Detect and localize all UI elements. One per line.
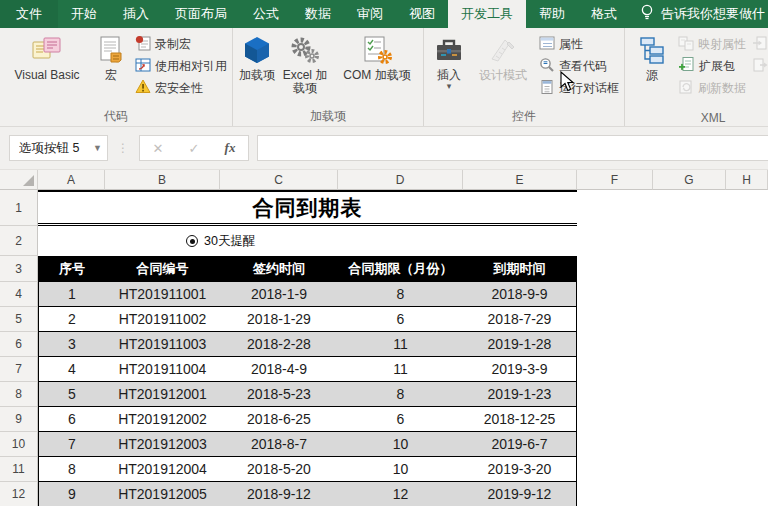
use-relative-references-button[interactable]: 使用相对引用: [132, 57, 230, 76]
table-cell[interactable]: 8: [338, 382, 463, 407]
empty-cell[interactable]: [653, 282, 726, 307]
row-header-11[interactable]: 11: [0, 457, 38, 482]
empty-cell[interactable]: [726, 256, 768, 282]
table-cell[interactable]: 2018-2-28: [220, 332, 338, 357]
table-cell[interactable]: HT201911001: [105, 282, 220, 307]
column-header-A[interactable]: A: [38, 170, 105, 190]
column-header-F[interactable]: F: [577, 170, 653, 190]
row-header-8[interactable]: 8: [0, 382, 38, 407]
table-cell[interactable]: 2: [38, 307, 105, 332]
empty-cell[interactable]: [653, 432, 726, 457]
cancel-icon[interactable]: ✕: [140, 141, 176, 156]
tab-developer[interactable]: 开发工具: [448, 0, 526, 28]
table-cell[interactable]: HT201911002: [105, 307, 220, 332]
column-header-B[interactable]: B: [105, 170, 220, 190]
tab-page-layout[interactable]: 页面布局: [162, 0, 240, 28]
row-header-7[interactable]: 7: [0, 357, 38, 382]
empty-cell[interactable]: [577, 307, 653, 332]
table-header-cell[interactable]: 合同期限（月份）: [338, 256, 463, 282]
table-cell[interactable]: 2019-9-12: [463, 482, 577, 506]
empty-cell[interactable]: [577, 357, 653, 382]
empty-cell[interactable]: [577, 256, 653, 282]
column-header-G[interactable]: G: [653, 170, 726, 190]
properties-button[interactable]: 属性: [536, 35, 622, 54]
column-header-C[interactable]: C: [220, 170, 338, 190]
table-cell[interactable]: HT201911004: [105, 357, 220, 382]
table-cell[interactable]: HT201912005: [105, 482, 220, 506]
com-add-ins-button[interactable]: COM 加载项: [333, 31, 421, 107]
table-cell[interactable]: 2018-7-29: [463, 307, 577, 332]
add-ins-button[interactable]: 加载项: [237, 31, 277, 107]
expansion-packs-button[interactable]: 扩展包: [675, 57, 749, 76]
empty-cell[interactable]: [653, 332, 726, 357]
empty-cell[interactable]: [726, 226, 768, 256]
view-code-button[interactable]: 查看代码: [536, 57, 622, 76]
table-cell[interactable]: 11: [338, 332, 463, 357]
table-cell[interactable]: 2018-12-25: [463, 407, 577, 432]
table-header-cell[interactable]: 合同编号: [105, 256, 220, 282]
empty-cell[interactable]: [577, 482, 653, 506]
table-cell[interactable]: 2018-1-29: [220, 307, 338, 332]
tab-view[interactable]: 视图: [396, 0, 448, 28]
empty-cell[interactable]: [653, 382, 726, 407]
refresh-data-button[interactable]: 刷新数据: [675, 79, 749, 98]
tab-home[interactable]: 开始: [58, 0, 110, 28]
visual-basic-button[interactable]: Visual Basic: [4, 31, 90, 107]
table-cell[interactable]: 2019-3-20: [463, 457, 577, 482]
macros-button[interactable]: 宏: [90, 31, 132, 107]
select-all-corner[interactable]: [0, 170, 38, 190]
table-cell[interactable]: 6: [338, 307, 463, 332]
run-dialog-button[interactable]: 运行对话框: [536, 79, 622, 98]
table-cell[interactable]: 5: [38, 382, 105, 407]
table-cell[interactable]: 9: [38, 482, 105, 506]
name-box[interactable]: 选项按钮 5 ▼: [9, 135, 108, 161]
source-button[interactable]: 源: [629, 31, 675, 107]
empty-cell[interactable]: [577, 382, 653, 407]
tab-review[interactable]: 审阅: [344, 0, 396, 28]
table-cell[interactable]: 2018-4-9: [220, 357, 338, 382]
table-cell[interactable]: HT201912002: [105, 407, 220, 432]
empty-cell[interactable]: [653, 190, 726, 226]
formula-input[interactable]: [257, 135, 768, 161]
table-cell[interactable]: HT201912003: [105, 432, 220, 457]
tab-help[interactable]: 帮助: [526, 0, 578, 28]
excel-add-ins-button[interactable]: Excel 加载项: [277, 31, 333, 107]
column-header-E[interactable]: E: [463, 170, 577, 190]
column-header-H[interactable]: H: [726, 170, 768, 190]
row-header-10[interactable]: 10: [0, 432, 38, 457]
insert-function-icon[interactable]: fx: [212, 140, 248, 156]
tab-file[interactable]: 文件: [0, 0, 58, 28]
table-cell[interactable]: 2019-6-7: [463, 432, 577, 457]
table-cell[interactable]: 6: [38, 407, 105, 432]
table-cell[interactable]: 10: [338, 432, 463, 457]
table-cell[interactable]: HT201912004: [105, 457, 220, 482]
reminder-cell[interactable]: 30天提醒: [38, 226, 577, 256]
table-cell[interactable]: 2018-1-9: [220, 282, 338, 307]
empty-cell[interactable]: [653, 226, 726, 256]
table-cell[interactable]: 2018-5-20: [220, 457, 338, 482]
empty-cell[interactable]: [653, 307, 726, 332]
table-cell[interactable]: 2018-9-12: [220, 482, 338, 506]
table-header-cell[interactable]: 序号: [38, 256, 105, 282]
empty-cell[interactable]: [577, 282, 653, 307]
tab-format[interactable]: 格式: [578, 0, 630, 28]
tab-formulas[interactable]: 公式: [240, 0, 292, 28]
row-header-1[interactable]: 1: [0, 190, 38, 226]
empty-cell[interactable]: [577, 432, 653, 457]
import-button[interactable]: 导入: [749, 35, 768, 54]
tab-insert[interactable]: 插入: [110, 0, 162, 28]
empty-cell[interactable]: [653, 256, 726, 282]
empty-cell[interactable]: [577, 190, 653, 226]
table-cell[interactable]: 1: [38, 282, 105, 307]
row-header-4[interactable]: 4: [0, 282, 38, 307]
table-cell[interactable]: 2019-3-9: [463, 357, 577, 382]
empty-cell[interactable]: [653, 457, 726, 482]
table-cell[interactable]: 8: [338, 282, 463, 307]
empty-cell[interactable]: [726, 482, 768, 506]
table-cell[interactable]: 10: [338, 457, 463, 482]
empty-cell[interactable]: [726, 457, 768, 482]
empty-cell[interactable]: [726, 432, 768, 457]
map-properties-button[interactable]: 映射属性: [675, 35, 749, 54]
empty-cell[interactable]: [577, 332, 653, 357]
table-cell[interactable]: HT201911003: [105, 332, 220, 357]
